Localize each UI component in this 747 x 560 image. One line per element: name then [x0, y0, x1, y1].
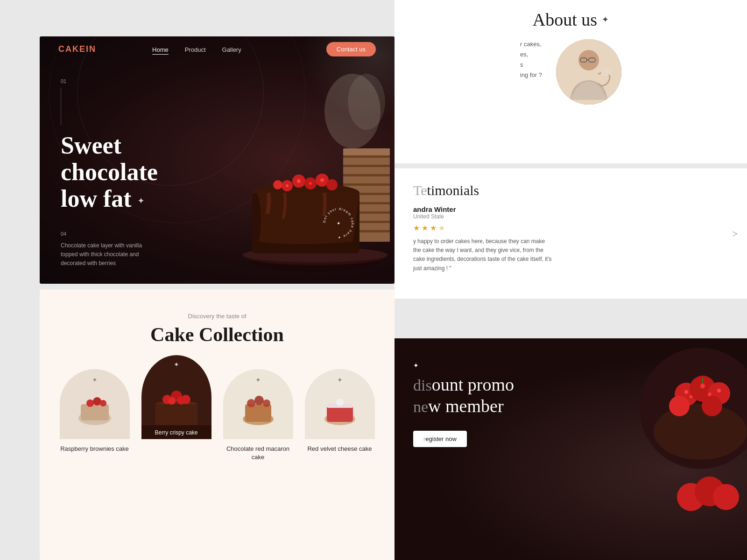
hero-title: Sweet chocolate low fat ✦ [61, 132, 210, 212]
svg-point-3 [86, 399, 94, 407]
about-text-block: r cakes,es,sing for ? [520, 39, 542, 80]
logo: CAKEIN [58, 44, 96, 54]
discovery-label: Discovery the taste of [58, 313, 376, 320]
slide-number-top: 01 [61, 78, 210, 84]
hero-content: 01 Sweet chocolate low fat ✦ 04 Chocolat… [61, 78, 210, 284]
collection-title: Cake Collection [58, 323, 376, 346]
wafer-stripe-3 [343, 174, 390, 176]
reviewer-location: United State [413, 213, 728, 220]
svg-point-17 [263, 399, 270, 407]
cake-svg [203, 64, 390, 284]
cake-card-img-raspberry: ✦ [60, 369, 130, 439]
star-2: ★ [422, 224, 428, 232]
berry-tex-2 [700, 384, 705, 388]
svg-point-21 [336, 399, 344, 406]
wafer-stripe-4 [343, 183, 390, 186]
star-3: ★ [430, 224, 437, 232]
cake-card-berry: ✦ Berry crispy cake [140, 355, 212, 462]
navbar: CAKEIN Home Product Gallery Contact us [40, 36, 395, 62]
avatar-svg [556, 39, 621, 105]
berry-tex-4 [690, 395, 692, 398]
slide-number-bottom-group: 04 Chocolate cake layer with vanilla top… [61, 231, 210, 268]
wafer-stripe-2 [343, 165, 390, 167]
svg-rect-2 [81, 404, 109, 420]
nav-link-product[interactable]: Product [185, 46, 206, 53]
cake-collection-section: Discovery the taste of Cake Collection ✦… [40, 289, 395, 560]
hero-title-line1: Sweet chocolate [61, 132, 158, 185]
nav-item-gallery[interactable]: Gallery [222, 45, 241, 54]
hero-section: CAKEIN Home Product Gallery Contact us 0… [40, 36, 395, 284]
cake-cards-grid: ✦ Raspberry brownies cake ✦ [58, 369, 376, 462]
hero-title-line2: low fat [61, 185, 132, 212]
testimonials-title-text: timonials [427, 182, 479, 198]
hero-title-star: ✦ [138, 197, 144, 205]
promo-title-line2: w member [428, 396, 503, 416]
star-rating: ★ ★ ★ ★ [413, 224, 728, 232]
wafer-stripe-1 [343, 155, 390, 158]
contact-us-button[interactable]: Contact us [326, 42, 376, 56]
promo-title: disount promo new member [413, 374, 514, 417]
vert-divider [61, 88, 61, 125]
raspberry-5 [326, 179, 338, 190]
about-us-arrow: ✦ [602, 14, 609, 25]
berry-tex-1 [684, 390, 688, 394]
cake-card-raspberry: ✦ Raspberry brownies cake [58, 369, 131, 462]
promo-content: ✦ disount promo new member register now [413, 362, 514, 447]
cake-card-label-velvet: Red velvet cheese cake [307, 445, 372, 453]
nav-links: Home Product Gallery [152, 45, 241, 54]
berry-tex-5 [708, 392, 712, 396]
slide-number-bottom: 04 [61, 231, 210, 237]
card-plus-icon-3: ✦ [255, 376, 261, 384]
card-plus-icon-4: ✦ [337, 376, 343, 384]
raspberry-6 [273, 180, 282, 189]
cake-card-label-macaron: Chocolate red macaron cake [222, 445, 294, 462]
cake-card-label-raspberry: Raspberry brownies cake [60, 445, 129, 453]
about-avatar [556, 39, 621, 105]
promo-berry-svg [598, 338, 747, 560]
nav-link-gallery[interactable]: Gallery [222, 46, 241, 53]
nav-item-product[interactable]: Product [185, 45, 206, 54]
logo-text-accent: IN [86, 44, 96, 54]
register-button[interactable]: register now [413, 431, 467, 447]
circular-badge-svg: Get your dream cake here ✦ ✦ [320, 204, 357, 242]
svg-point-11 [168, 397, 176, 405]
svg-point-15 [247, 399, 255, 407]
testimonials-title: Tetimonials [413, 182, 728, 198]
berry-card-overlay-label: Berry crispy cake [155, 429, 197, 436]
nav-link-home[interactable]: Home [152, 46, 169, 55]
berry-tex-3 [717, 389, 721, 392]
svg-point-16 [254, 396, 264, 405]
promo-title-line1: ount promo [432, 375, 514, 394]
card-plus-icon-1: ✦ [92, 376, 98, 384]
cake-card-img-macaron: ✦ [223, 369, 293, 439]
review-text: y happy to order cakes here, because the… [413, 237, 553, 273]
cake-card-img-berry: ✦ Berry crispy cake [141, 355, 211, 439]
circular-badge-star: ✦ [337, 221, 340, 226]
berry-card-label-bg: Berry crispy cake [141, 425, 211, 439]
circular-badge: Get your dream cake here ✦ ✦ [320, 204, 357, 242]
promo-berry-decoration [598, 338, 747, 560]
promo-berry-low-3 [713, 484, 739, 510]
about-text-para: r cakes,es,sing for ? [520, 39, 542, 80]
macaron-cake-icon [240, 390, 277, 427]
svg-point-5 [100, 400, 106, 406]
testimonials-title-prefix: Te [413, 182, 427, 198]
flower-bg-ellipse2 [348, 74, 385, 130]
promo-berry-5 [702, 396, 722, 416]
raspberry-cake-icon [76, 390, 113, 427]
about-content-area: r cakes,es,sing for ? [520, 39, 621, 105]
testimonials-section: Tetimonials andra Winter United State ★ … [395, 168, 747, 299]
promo-section: ✦ disount promo new member register now [395, 338, 747, 560]
about-us-title: About us ✦ [533, 9, 609, 30]
promo-berry-4 [669, 396, 690, 416]
promo-star-icon: ✦ [413, 362, 514, 370]
nav-item-home[interactable]: Home [152, 45, 169, 54]
star-1: ★ [413, 224, 420, 232]
next-review-arrow[interactable]: > [733, 228, 738, 239]
reviewer-name: andra Winter [413, 205, 728, 213]
drip-1 [268, 193, 269, 214]
berry-bowl-ellipse [654, 404, 747, 460]
velvet-cake-icon [321, 390, 359, 427]
berry-dot-1 [286, 184, 289, 187]
card-plus-icon-2: ✦ [174, 361, 179, 369]
